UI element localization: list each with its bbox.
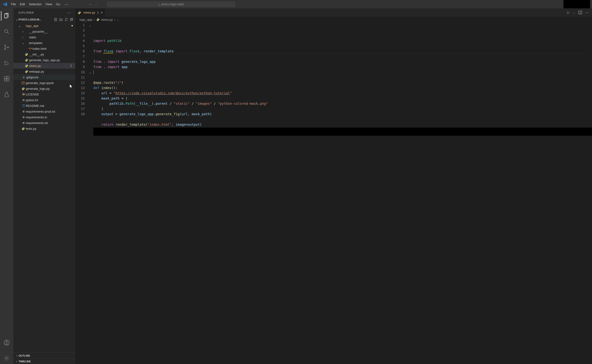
- search-icon: ⌕: [158, 2, 160, 6]
- code-line[interactable]: return render_template("index.html", ima…: [93, 122, 592, 127]
- code-line[interactable]: url = "https://code.visualstudio.com/doc…: [93, 91, 592, 96]
- line-number: 9: [75, 64, 86, 70]
- tree-item-label: README.md: [26, 104, 73, 108]
- code-line[interactable]: [93, 70, 592, 75]
- nav-forward-icon[interactable]: →: [94, 2, 98, 6]
- menu-item-file[interactable]: File: [9, 1, 18, 7]
- menu-item-go[interactable]: Go: [54, 1, 62, 7]
- command-center[interactable]: ⌕ pvscc-logo-main: [107, 1, 235, 7]
- tree-item-label: pytest.ini: [26, 98, 73, 102]
- breadcrumb-segment[interactable]: logo_app: [79, 18, 92, 21]
- editor-tab-views-py[interactable]: views.py1×: [75, 8, 105, 17]
- tree-item-label: requirements.txt: [26, 121, 73, 125]
- run-icon[interactable]: ▷: [567, 11, 570, 14]
- activity-testing-icon[interactable]: [1, 89, 12, 100]
- refresh-icon[interactable]: [64, 18, 68, 21]
- code-area[interactable]: import pathlibfrom flask import Flask, r…: [93, 22, 592, 364]
- fold-chevron-icon[interactable]: ⌄: [89, 70, 93, 75]
- code-line[interactable]: import pathlib: [93, 38, 592, 43]
- code-line[interactable]: from . import app: [93, 64, 592, 70]
- fold-spacer: [89, 33, 93, 38]
- explorer-actions: [54, 18, 73, 21]
- tree-item-label: LICENSE: [26, 93, 73, 96]
- activity-extensions-icon[interactable]: [1, 73, 12, 84]
- editor-more-icon[interactable]: ⋯: [585, 11, 589, 14]
- code-line[interactable]: ): [93, 106, 592, 111]
- tree-file-generate-logo-py[interactable]: generate_logo.py: [13, 86, 75, 91]
- tree-item-label: .gitignore: [26, 75, 73, 79]
- code-line[interactable]: def index():: [93, 85, 592, 91]
- tree-folder-templates[interactable]: ⌄templates: [13, 40, 75, 46]
- svg-point-3: [5, 49, 6, 50]
- line-number: 8: [75, 59, 86, 64]
- chevron-right-icon[interactable]: ›: [21, 30, 25, 33]
- title-bar: FileEditSelectionViewGo ⋯ ← → ⌕ pvscc-lo…: [0, 0, 592, 8]
- python-file-icon: [78, 11, 81, 14]
- tree-file-index-html[interactable]: <>index.html: [13, 46, 75, 52]
- activity-accounts-icon[interactable]: [1, 337, 12, 348]
- tree-file-views-py[interactable]: views.py1: [13, 63, 75, 69]
- editor-tabs: views.py1× ▷ ⌄ ⋯: [75, 8, 592, 17]
- code-line[interactable]: @app.route("/"): [93, 80, 592, 85]
- fold-chevron-icon[interactable]: ⌄: [89, 22, 93, 28]
- editor[interactable]: 123456789101112131415161718 ⌄⌄ import pa…: [75, 22, 592, 364]
- code-line[interactable]: pathlib.Path(__file__).parent / "static"…: [93, 101, 592, 106]
- line-number-gutter: 123456789101112131415161718: [75, 22, 89, 364]
- tree-item-label: generate_logo.ipynb: [26, 81, 73, 85]
- activity-explorer-icon[interactable]: [1, 10, 12, 22]
- activity-scm-icon[interactable]: [1, 42, 12, 53]
- collapse-all-icon[interactable]: [70, 18, 73, 21]
- menu-item-edit[interactable]: Edit: [18, 1, 27, 7]
- tree-file-generate-logo-ipynb[interactable]: generate_logo.ipynb: [13, 80, 75, 86]
- tree-folder-static[interactable]: ›static: [13, 34, 75, 40]
- activity-search-icon[interactable]: [1, 26, 12, 37]
- sidebar-more-icon[interactable]: ⋯: [67, 10, 71, 15]
- sidebar-section-outline[interactable]: ›OUTLINE: [13, 353, 75, 358]
- chevron-down-icon[interactable]: ⌄: [18, 24, 21, 28]
- tree-file-pytest-ini[interactable]: ≣pytest.ini: [13, 97, 75, 103]
- chevron-down-icon[interactable]: ⌄: [21, 41, 25, 45]
- tree-file-license[interactable]: 🏛︎LICENSE: [13, 91, 75, 97]
- breadcrumb-segment[interactable]: views.py: [101, 18, 113, 21]
- tree-root-header[interactable]: ⌄ PVSCC-LOGO-M...: [13, 17, 75, 22]
- breadcrumb[interactable]: logo_app›views.py›...: [75, 17, 592, 22]
- code-line[interactable]: mask_path = (: [93, 96, 592, 101]
- menu-overflow-icon[interactable]: ⋯: [62, 3, 71, 5]
- chevron-right-icon[interactable]: ›: [21, 35, 25, 39]
- fold-spacer: [89, 85, 93, 91]
- tree-file--init-py[interactable]: __init__.py: [13, 52, 75, 57]
- code-line[interactable]: [93, 54, 592, 59]
- tree-file-requirements-prod-txt[interactable]: ≣requirements-prod.txt: [13, 109, 75, 114]
- nav-back-icon[interactable]: ←: [88, 2, 92, 6]
- new-folder-icon[interactable]: [59, 18, 63, 21]
- activity-run-icon[interactable]: [1, 57, 12, 69]
- code-line[interactable]: from . import generate_logo_app: [93, 59, 592, 64]
- split-editor-icon[interactable]: [578, 11, 582, 14]
- breadcrumb-segment[interactable]: ...: [117, 18, 119, 21]
- fold-spacer: [89, 101, 93, 106]
- tree-folder--pycache-[interactable]: ›__pycache__: [13, 29, 75, 34]
- tree-file-readme-md[interactable]: ⓘREADME.md: [13, 103, 75, 109]
- code-line[interactable]: [93, 43, 592, 49]
- menu-item-selection[interactable]: Selection: [27, 1, 43, 7]
- tree-file-tests-py[interactable]: tests.py: [13, 126, 75, 131]
- new-file-icon[interactable]: [54, 18, 58, 21]
- fold-spacer: [89, 80, 93, 85]
- tree-file-generate-logo-app-py[interactable]: generate_logo_app.py: [13, 57, 75, 63]
- tree-file-requirements-in[interactable]: ≣requirements.in: [13, 114, 75, 120]
- tab-close-icon[interactable]: ×: [101, 11, 103, 14]
- code-line[interactable]: [93, 117, 592, 122]
- tree-folder-logo-app[interactable]: ⌄logo_app: [13, 23, 75, 29]
- code-line[interactable]: from flask import Flask, render_template: [93, 49, 592, 54]
- sidebar-section-timeline[interactable]: ›TIMELINE: [13, 358, 75, 364]
- fold-spacer: [89, 91, 93, 96]
- tree-file--gitignore[interactable]: ◈.gitignore: [13, 74, 75, 80]
- code-line[interactable]: output = generate_logo_app.generate_fig(…: [93, 111, 592, 117]
- code-line[interactable]: [93, 75, 592, 80]
- tree-file-webapp-py[interactable]: webapp.py: [13, 69, 75, 74]
- tree-item-label: generate_logo.py: [26, 87, 73, 91]
- run-dropdown-icon[interactable]: ⌄: [573, 11, 575, 14]
- activity-settings-icon[interactable]: [1, 353, 12, 364]
- menu-item-view[interactable]: View: [44, 1, 54, 7]
- tree-file-requirements-txt[interactable]: ≣requirements.txt: [13, 120, 75, 126]
